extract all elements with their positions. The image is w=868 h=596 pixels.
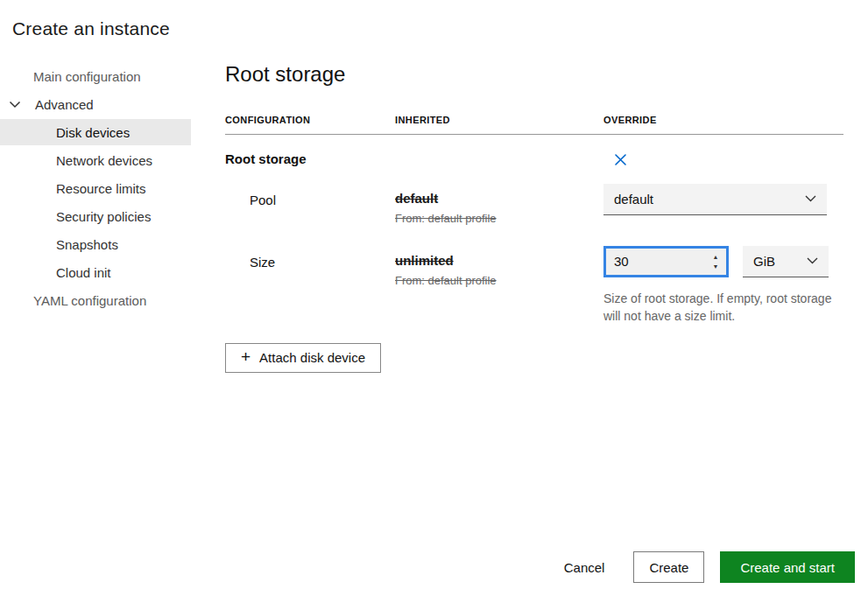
sidebar-item-label: YAML configuration	[33, 293, 146, 308]
size-stepper[interactable]: ▲ ▼	[705, 254, 726, 270]
sidebar-item-label: Disk devices	[56, 125, 130, 140]
chevron-down-icon	[807, 257, 818, 264]
row-label: Size	[225, 246, 395, 325]
row-label: Pool	[225, 184, 395, 225]
attach-disk-device-label: Attach disk device	[259, 350, 365, 365]
size-input[interactable]	[606, 254, 705, 269]
chevron-down-icon	[9, 101, 23, 109]
size-unit-select[interactable]: GiB	[743, 246, 829, 277]
inherited-source: From: default profile	[395, 274, 603, 287]
pool-select-value: default	[614, 192, 653, 207]
column-header-override: OVERRIDE	[603, 115, 843, 125]
page-title: Create an instance	[12, 18, 170, 39]
inherited-source: From: default profile	[395, 212, 603, 225]
attach-disk-device-button[interactable]: + Attach disk device	[225, 343, 381, 373]
chevron-down-icon	[805, 195, 816, 202]
cancel-button[interactable]: Cancel	[552, 553, 617, 582]
pool-select[interactable]: default	[603, 184, 827, 215]
config-table-header: CONFIGURATION INHERITED OVERRIDE	[225, 115, 843, 135]
form-navigation: Main configuration Advanced Disk devices…	[0, 63, 191, 315]
inherited-value: unlimited	[395, 253, 603, 269]
stepper-down-icon[interactable]: ▼	[713, 263, 719, 270]
table-row-size: Size unlimited From: default profile ▲ ▼…	[225, 246, 843, 325]
sidebar-item-label: Security policies	[56, 209, 151, 224]
table-row-root-storage: Root storage	[225, 135, 843, 169]
sidebar-item-resource-limits[interactable]: Resource limits	[0, 175, 191, 201]
sidebar-item-advanced[interactable]: Advanced	[0, 91, 191, 117]
close-icon	[615, 154, 626, 165]
sidebar-item-label: Resource limits	[56, 181, 146, 196]
root-storage-section: Root storage CONFIGURATION INHERITED OVE…	[225, 61, 843, 373]
size-input-wrapper: ▲ ▼	[603, 246, 729, 277]
sidebar-item-disk-devices[interactable]: Disk devices	[0, 119, 191, 145]
sidebar-item-label: Cloud init	[56, 265, 111, 280]
column-header-configuration: CONFIGURATION	[225, 115, 395, 125]
inherited-value: default	[395, 191, 603, 207]
table-row-pool: Pool default From: default profile defau…	[225, 184, 843, 225]
column-header-inherited: INHERITED	[395, 115, 603, 125]
plus-icon: +	[241, 348, 251, 365]
sidebar-item-snapshots[interactable]: Snapshots	[0, 231, 191, 257]
sidebar-item-yaml-configuration[interactable]: YAML configuration	[0, 287, 191, 313]
sidebar-item-cloud-init[interactable]: Cloud init	[0, 259, 191, 285]
form-footer: Cancel Create Create and start	[552, 551, 855, 583]
sidebar-item-label: Advanced	[35, 97, 94, 112]
clear-override-button[interactable]	[613, 152, 627, 166]
create-button[interactable]: Create	[633, 551, 704, 583]
sidebar-item-label: Snapshots	[56, 237, 118, 252]
sidebar-item-security-policies[interactable]: Security policies	[0, 203, 191, 229]
section-title: Root storage	[225, 61, 843, 88]
sidebar-item-network-devices[interactable]: Network devices	[0, 147, 191, 173]
row-label: Root storage	[225, 151, 395, 167]
sidebar-item-label: Network devices	[56, 153, 152, 168]
create-and-start-button[interactable]: Create and start	[720, 551, 855, 583]
size-help-text: Size of root storage. If empty, root sto…	[603, 290, 842, 325]
stepper-up-icon[interactable]: ▲	[713, 254, 719, 260]
sidebar-item-main-configuration[interactable]: Main configuration	[0, 63, 191, 89]
size-unit-value: GiB	[753, 254, 775, 269]
sidebar-item-label: Main configuration	[33, 69, 141, 84]
